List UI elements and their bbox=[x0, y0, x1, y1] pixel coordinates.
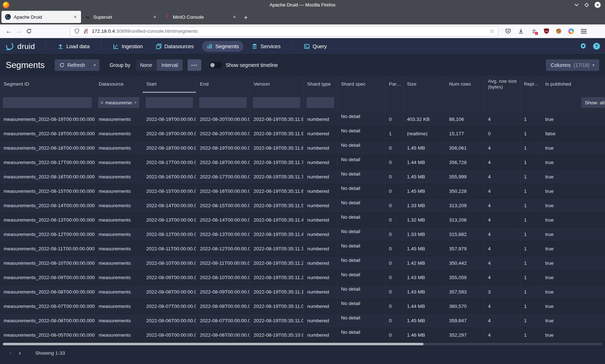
cell-segment_id[interactable]: measurements_2022-08-13T00:00:00.000Z... bbox=[0, 213, 95, 227]
version-filter-input[interactable] bbox=[253, 97, 300, 108]
cell-segment_id[interactable]: measurements_2022-08-09T00:00:00.000Z... bbox=[0, 270, 95, 285]
table-row[interactable]: measurements_2022-08-19T00:00:00.000Z...… bbox=[0, 127, 605, 141]
extension-icon[interactable]: × bbox=[531, 28, 537, 34]
table-row[interactable]: measurements_2022-08-05T00:00:00.000Z...… bbox=[0, 328, 605, 342]
cell-segment_id[interactable]: measurements_2022-08-19T00:00:00.000Z... bbox=[0, 127, 95, 141]
table-row[interactable]: measurements_2022-08-19T00:00:00.000Z...… bbox=[0, 112, 605, 127]
cell-segment_id[interactable]: measurements_2022-08-11T00:00:00.000Z... bbox=[0, 242, 95, 256]
table-row[interactable]: measurements_2022-08-10T00:00:00.000Z...… bbox=[0, 256, 605, 270]
settings-gear-icon[interactable] bbox=[580, 43, 587, 50]
cell-segment_id[interactable]: measurements_2022-08-17T00:00:00.000Z... bbox=[0, 155, 95, 169]
is-published-filter-button[interactable]: Show: all bbox=[581, 97, 605, 108]
nav-services[interactable]: Services bbox=[247, 41, 285, 52]
tab-close-icon[interactable]: × bbox=[153, 14, 157, 20]
cell-num_rows: 313,206 bbox=[445, 213, 484, 227]
menu-icon[interactable] bbox=[581, 29, 587, 33]
cell-segment_id[interactable]: measurements_2022-08-14T00:00:00.000Z... bbox=[0, 199, 95, 213]
nav-load-data[interactable]: Load data bbox=[53, 41, 94, 52]
shield-icon[interactable] bbox=[74, 28, 80, 34]
druid-logo[interactable]: druid bbox=[5, 42, 35, 51]
insecure-lock-icon[interactable] bbox=[83, 28, 89, 34]
group-by-none-button[interactable]: None bbox=[135, 59, 157, 71]
shard-type-filter-input[interactable] bbox=[306, 97, 334, 108]
tab-close-icon[interactable]: × bbox=[232, 14, 237, 20]
table-row[interactable]: measurements_2022-08-11T00:00:00.000Z...… bbox=[0, 242, 605, 256]
group-by-interval-button[interactable]: Interval bbox=[157, 59, 183, 71]
cell-segment_id[interactable]: measurements_2022-08-15T00:00:00.000Z... bbox=[0, 184, 95, 198]
cell-is_published: true bbox=[542, 227, 605, 241]
nav-query[interactable]: Query bbox=[299, 41, 332, 52]
column-header-shard_spec[interactable]: Shard spec bbox=[337, 76, 385, 93]
nav-segments[interactable]: Segments bbox=[202, 41, 243, 52]
table-row[interactable]: measurements_2022-08-09T00:00:00.000Z...… bbox=[0, 270, 605, 285]
tab-superset[interactable]: ∞ Superset × bbox=[81, 11, 161, 23]
table-row[interactable]: measurements_2022-08-06T00:00:00.000Z...… bbox=[0, 314, 605, 328]
column-header-version[interactable]: Version bbox=[250, 76, 304, 93]
forward-button[interactable]: → bbox=[14, 26, 24, 36]
table-row[interactable]: measurements_2022-08-13T00:00:00.000Z...… bbox=[0, 213, 605, 227]
table-row[interactable]: measurements_2022-08-18T00:00:00.000Z...… bbox=[0, 141, 605, 155]
cell-segment_id[interactable]: measurements_2022-08-16T00:00:00.000Z... bbox=[0, 170, 95, 184]
refresh-dropdown-button[interactable]: ▾ bbox=[90, 59, 99, 71]
column-header-segment_id[interactable]: Segment ID bbox=[0, 76, 95, 93]
next-page-button[interactable]: › bbox=[15, 348, 24, 358]
cell-partition: 0 bbox=[385, 155, 403, 169]
tab-minio-console[interactable]: MinIO Console × bbox=[161, 11, 240, 23]
horizontal-scrollbar[interactable] bbox=[0, 342, 605, 346]
cell-segment_id[interactable]: measurements_2022-08-08T00:00:00.000Z... bbox=[0, 285, 95, 299]
segment-id-filter-input[interactable] bbox=[3, 97, 92, 108]
cell-segment_id[interactable]: measurements_2022-08-12T00:00:00.000Z... bbox=[0, 227, 95, 241]
downloads-icon[interactable] bbox=[518, 28, 524, 34]
tab-close-icon[interactable]: × bbox=[73, 14, 77, 20]
extension-pinwheel-icon[interactable] bbox=[568, 28, 574, 34]
table-row[interactable]: measurements_2022-08-08T00:00:00.000Z...… bbox=[0, 285, 605, 299]
column-header-is_published[interactable]: Is published bbox=[542, 76, 605, 93]
help-icon[interactable]: ? bbox=[593, 43, 600, 50]
table-row[interactable]: measurements_2022-08-12T00:00:00.000Z...… bbox=[0, 227, 605, 242]
column-header-size[interactable]: Size bbox=[403, 76, 445, 93]
column-header-end[interactable]: End bbox=[196, 76, 250, 93]
table-row[interactable]: measurements_2022-08-17T00:00:00.000Z...… bbox=[0, 155, 605, 170]
cookie-icon[interactable] bbox=[556, 28, 561, 34]
back-button[interactable]: ← bbox=[4, 26, 14, 36]
scrollbar-thumb[interactable] bbox=[3, 343, 424, 345]
columns-button[interactable]: Columns (17/18) ▾ bbox=[546, 59, 599, 71]
column-header-num_rows[interactable]: Num rows bbox=[445, 76, 484, 93]
new-tab-button[interactable]: + bbox=[244, 14, 248, 22]
cell-segment_id[interactable]: measurements_2022-08-06T00:00:00.000Z... bbox=[0, 314, 95, 328]
ublock-shield-icon[interactable]: UO bbox=[544, 28, 549, 34]
cell-segment_id[interactable]: measurements_2022-08-10T00:00:00.000Z... bbox=[0, 256, 95, 270]
column-header-datasource[interactable]: Datasource bbox=[95, 76, 143, 93]
previous-page-button[interactable]: ‹ bbox=[6, 348, 15, 358]
segment-timeline-toggle[interactable] bbox=[209, 62, 222, 68]
table-row[interactable]: measurements_2022-08-15T00:00:00.000Z...… bbox=[0, 184, 605, 199]
column-header-partition[interactable]: Partition bbox=[385, 76, 403, 93]
table-row[interactable]: measurements_2022-08-07T00:00:00.000Z...… bbox=[0, 299, 605, 314]
cell-segment_id[interactable]: measurements_2022-08-19T00:00:00.000Z... bbox=[0, 112, 95, 126]
reload-button[interactable] bbox=[24, 26, 34, 36]
refresh-button[interactable]: Refresh bbox=[55, 59, 90, 71]
pocket-icon[interactable] bbox=[505, 28, 511, 34]
start-filter-input[interactable] bbox=[145, 97, 193, 108]
column-header-avg_row_size[interactable]: Avg. row size (bytes) bbox=[484, 76, 520, 93]
clear-filter-icon[interactable]: × bbox=[134, 100, 137, 105]
url-bar[interactable]: 172.18.0.4:30899/unified-console.html#se… bbox=[70, 26, 498, 36]
table-row[interactable]: measurements_2022-08-14T00:00:00.000Z...… bbox=[0, 199, 605, 213]
table-row[interactable]: measurements_2022-08-16T00:00:00.000Z...… bbox=[0, 170, 605, 184]
close-icon[interactable]: × bbox=[595, 2, 601, 8]
datasource-filter-input[interactable]: = measurements × bbox=[98, 97, 139, 108]
nav-ingestion[interactable]: Ingestion bbox=[108, 41, 148, 52]
maximize-icon[interactable] bbox=[584, 3, 589, 7]
tab-apache-druid[interactable]: Apache Druid × bbox=[1, 11, 81, 23]
column-header-start[interactable]: Start bbox=[143, 76, 196, 93]
end-filter-input[interactable] bbox=[199, 97, 247, 108]
cell-segment_id[interactable]: measurements_2022-08-18T00:00:00.000Z... bbox=[0, 141, 95, 155]
cell-segment_id[interactable]: measurements_2022-08-07T00:00:00.000Z... bbox=[0, 299, 95, 313]
cell-segment_id[interactable]: measurements_2022-08-05T00:00:00.000Z... bbox=[0, 328, 95, 342]
more-options-button[interactable]: ••• bbox=[188, 59, 201, 71]
minimize-icon[interactable] bbox=[574, 4, 579, 6]
column-header-shard_type[interactable]: Shard type bbox=[304, 76, 337, 93]
bookmark-star-icon[interactable]: ☆ bbox=[490, 28, 494, 35]
column-header-replication[interactable]: Replicas bbox=[520, 76, 542, 93]
nav-datasources[interactable]: Datasources bbox=[151, 41, 198, 52]
